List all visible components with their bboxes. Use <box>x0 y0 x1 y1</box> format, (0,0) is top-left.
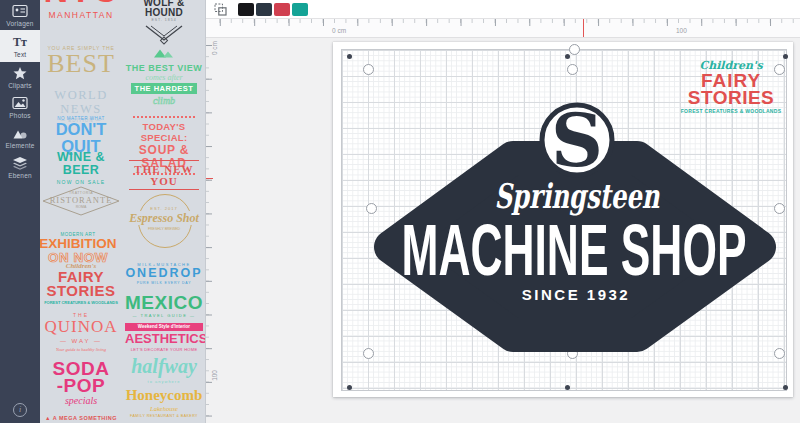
template-item-mega[interactable]: ▲ A MEGA SOMETHING ▲ <box>42 415 120 423</box>
template-text: AESTHETICS <box>125 332 203 346</box>
template-text: NYC <box>42 0 120 7</box>
vertical-ruler: 0 cm 100 <box>205 37 217 423</box>
sidebar-item-vorlagen[interactable]: Vorlagen <box>0 0 40 30</box>
template-item-wine-beer[interactable]: WINE & BEER NOW ON SALE <box>42 151 120 185</box>
template-text: QUINOA <box>42 318 120 336</box>
color-swatch-red[interactable] <box>274 3 290 16</box>
app-window: Vorlagen Tт Text Cliparts Photos <box>0 0 800 423</box>
badge-subtitle-text[interactable]: SINCE 1932 <box>522 286 630 303</box>
template-text: EST. 1854 <box>125 18 203 23</box>
template-text: TRATTORIA <box>42 186 120 195</box>
template-text: MEXICO <box>125 293 203 312</box>
color-swatch-teal[interactable] <box>292 3 308 16</box>
ruler-cursor-marker <box>205 178 213 179</box>
template-label: Weekend Style d'Interior <box>125 323 203 331</box>
group-icon[interactable] <box>214 3 227 16</box>
template-text: specials <box>42 395 120 406</box>
template-text: Your guide to healthy living <box>42 347 120 353</box>
ruler-label-zero: 0 cm <box>332 27 346 34</box>
template-text: TODAY'S SPECIAL: <box>125 121 203 143</box>
template-text: WINE & BEER <box>42 151 120 177</box>
sidebar-item-photos[interactable]: Photos <box>0 92 40 122</box>
template-text: climb <box>125 95 203 106</box>
templates-panel: NYC MANHATTAN YOU ARE SIMPLY THE BEST WO… <box>40 0 206 423</box>
template-text: THE NEW YOU <box>125 163 203 187</box>
template-text: THE BEST VIEW <box>125 63 203 73</box>
template-item-fairy-stories[interactable]: Children's FAIRY STORIES FOREST CREATURE… <box>42 262 120 305</box>
color-swatch-black[interactable] <box>238 3 254 16</box>
template-text: halfway <box>125 355 203 377</box>
sidebar-item-label: Elemente <box>5 142 34 149</box>
sidebar-item-text[interactable]: Tт Text <box>0 30 40 62</box>
template-text: WOLF & HOUND <box>125 0 203 18</box>
template-item-best[interactable]: YOU ARE SIMPLY THE BEST <box>42 45 120 77</box>
template-text: Espresso Shot <box>127 211 201 225</box>
template-item-ristorante[interactable]: TRATTORIA RISTORANTE ROMA <box>42 186 120 216</box>
template-text: FRESHLY BREWED <box>146 227 182 231</box>
ruler-label-hundred: 100 <box>211 370 218 381</box>
template-text: LET'S DECORATE YOUR HOME <box>125 347 203 352</box>
layers-icon <box>12 156 28 170</box>
fairy-title-text: STORIES <box>666 89 796 107</box>
mountain-icon <box>153 48 175 58</box>
fairy-stories-element[interactable]: Children's FAIRY STORIES FOREST CREATURE… <box>666 60 796 115</box>
template-text: NOW ON SALE <box>42 179 120 185</box>
template-item-mexico[interactable]: MEXICO — TRAVEL GUIDE — <box>125 293 203 319</box>
template-text: EXHIBITION <box>40 237 124 251</box>
photo-icon <box>12 96 28 110</box>
templates-icon <box>12 4 28 18</box>
info-icon[interactable]: i <box>13 403 27 417</box>
ruler-label-zero: 0 cm <box>211 41 218 55</box>
template-text: MANHATTAN <box>42 10 120 20</box>
template-item-onedrop[interactable]: MILK+MUSTACHE ONEDROP PURE MILK EVERY DA… <box>125 262 203 286</box>
template-item-aesthetics[interactable]: Weekend Style d'Interior AESTHETICS LET'… <box>125 323 203 352</box>
divider <box>129 160 199 161</box>
sidebar-item-cliparts[interactable]: Cliparts <box>0 62 40 92</box>
text-icon: Tт <box>12 35 28 49</box>
workspace: 0 cm 100 0 cm 100 <box>205 0 800 423</box>
template-item-best-view[interactable]: THE BEST VIEW comes after THE HARDEST cl… <box>125 44 203 106</box>
sidebar-item-label: Photos <box>9 112 30 119</box>
sidebar: Vorlagen Tт Text Cliparts Photos <box>0 0 40 423</box>
template-text: ROMA <box>42 205 120 210</box>
template-text: comes after <box>125 73 203 82</box>
template-text: ▲ A MEGA SOMETHING ▲ <box>42 415 120 423</box>
sidebar-item-label: Text <box>14 51 27 58</box>
template-text: — WAY — <box>42 337 120 345</box>
template-text: — TRAVEL GUIDE — <box>125 313 203 319</box>
template-text: ONEDROP <box>125 267 203 280</box>
template-text: FOREST CREATURES & WOODLANDS <box>42 300 120 305</box>
color-swatch-charcoal[interactable] <box>256 3 272 16</box>
divider <box>129 189 199 190</box>
template-item-halfway[interactable]: halfway to anywhere <box>125 355 203 384</box>
toolbar <box>205 0 800 19</box>
template-text: FAMILY RESTAURANT & BAKERY <box>125 414 203 419</box>
badge-title-text[interactable]: MACHINE SHOP <box>401 209 746 290</box>
design-page[interactable]: S Springsteen MACHINE SHOP SINCE 1932 Ch… <box>333 42 793 397</box>
dotted-divider <box>133 116 195 118</box>
shapes-icon <box>12 126 28 140</box>
template-item-espresso-shot[interactable]: EST. 2017 Espresso Shot FRESHLY BREWED <box>125 194 203 250</box>
badge-monogram[interactable]: S <box>551 98 603 183</box>
ruler-label-hundred: 100 <box>676 27 687 34</box>
template-text: Honeycomb <box>125 388 203 403</box>
template-item-soda-pop[interactable]: SODA -POP specials <box>42 360 120 406</box>
sidebar-item-label: Vorlagen <box>6 20 33 27</box>
fairy-subtitle-text: FOREST CREATURES & WOODLANDS <box>666 108 796 115</box>
template-item-honeycomb[interactable]: Honeycomb Lakehouse FAMILY RESTAURANT & … <box>125 388 203 419</box>
template-text: PURE MILK EVERY DAY <box>125 281 203 286</box>
template-text: Lakehouse <box>125 405 203 413</box>
template-item-nyc-manhattan[interactable]: NYC MANHATTAN <box>42 0 120 20</box>
template-item-quinoa[interactable]: THE QUINOA — WAY — Your guide to healthy… <box>42 312 120 353</box>
template-text: WORLD NEWS <box>42 88 120 116</box>
ruler-cursor-marker <box>583 19 584 37</box>
sidebar-item-label: Cliparts <box>8 82 32 89</box>
template-text: to anywhere <box>125 379 203 384</box>
sidebar-item-elemente[interactable]: Elemente <box>0 122 40 152</box>
template-item-new-you[interactable]: THE NEW YOU <box>125 160 203 190</box>
sidebar-item-label: Ebenen <box>8 172 32 179</box>
template-item-exhibition[interactable]: MODERN ART EXHIBITION ON NOW <box>40 232 124 264</box>
template-text: RISTORANTE <box>42 195 120 205</box>
template-ribbon: THE HARDEST <box>131 83 197 94</box>
sidebar-item-ebenen[interactable]: Ebenen <box>0 152 40 182</box>
